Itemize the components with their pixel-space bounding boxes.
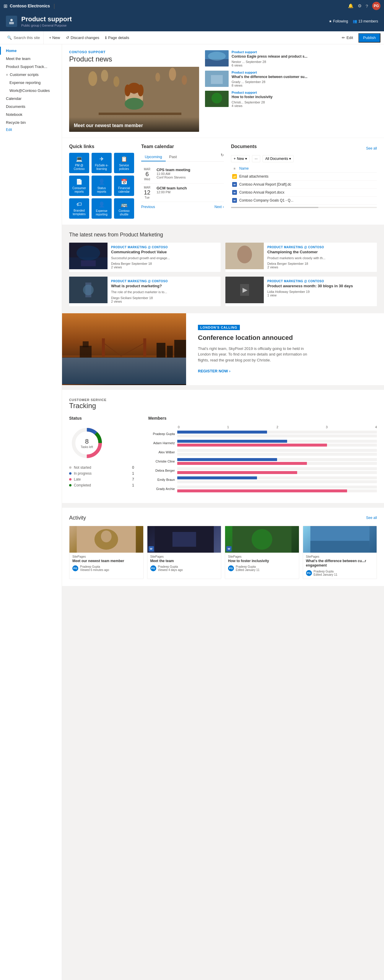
news-card-4[interactable]: ▶ Product Marketing @ Contoso Product aw… <box>225 277 377 306</box>
calendar-event-2[interactable]: Mar 12 Tue GCM team lunch 12:00 PM <box>141 183 224 202</box>
cal-tab-upcoming[interactable]: Upcoming <box>141 153 166 161</box>
edit-label: Edit <box>346 35 353 40</box>
ql-item-flysafe[interactable]: ✈ FlySafe e-learning <box>92 153 112 173</box>
doc-row-email-attachments[interactable]: 📁 Email attachments <box>231 173 377 181</box>
legend-completed: Completed 1 <box>69 483 134 487</box>
news-item-1-byline: Nestor ... September 28 <box>232 60 308 64</box>
app-grid-icon[interactable]: ⊞ <box>3 3 7 9</box>
news-card-2-body: Product Marketing @ Contoso Championing … <box>267 243 377 272</box>
ql-item-financial[interactable]: 📅 Financial calendar <box>114 175 134 196</box>
new-button[interactable]: + New <box>46 31 63 45</box>
settings-icon[interactable]: ⚙ <box>358 3 362 9</box>
news-card-1[interactable]: Product Marketing @ Contoso Communicatin… <box>69 243 221 272</box>
sidebar-item-meet-the-team[interactable]: Meet the team <box>0 55 62 63</box>
svg-point-22 <box>211 93 222 103</box>
docs-new-button[interactable]: + New ▾ <box>231 155 249 162</box>
docs-see-all[interactable]: See all <box>366 146 377 150</box>
sidebar-item-product-support-track[interactable]: Product Support Track... <box>0 63 62 71</box>
cal-next-button[interactable]: Next › <box>214 205 224 209</box>
doc-annual-draft: Contoso Annual Report [Draft].dc <box>239 182 291 186</box>
docs-all-docs-button[interactable]: All Documents ▾ <box>263 155 294 162</box>
doc-row-annual-draft[interactable]: W Contoso Annual Report [Draft].dc <box>231 181 377 189</box>
calendar-refresh-icon[interactable]: ↻ <box>221 153 224 161</box>
cal-month-2: Mar <box>141 186 153 189</box>
svg-rect-20 <box>211 75 223 84</box>
follow-button[interactable]: ★ Following <box>329 19 348 23</box>
folder-icon: 📁 <box>232 174 237 179</box>
news-item-3-headline: How to foster inclusivity <box>232 95 273 100</box>
ql-status-label: Status reports <box>94 186 110 194</box>
sidebar-item-documents[interactable]: Documents <box>0 103 62 111</box>
activity-card-2[interactable]: W SitePages Meet the team PG Pradeep Gup… <box>147 526 222 579</box>
svg-point-57 <box>252 529 272 550</box>
news-item-3[interactable]: Product support How to foster inclusivit… <box>205 91 377 108</box>
hero-image[interactable]: Meet our newest team member <box>69 67 199 132</box>
sidebar-item-calendar[interactable]: Calendar <box>0 95 62 103</box>
ql-item-consumer[interactable]: 📄 Consumer reports <box>69 175 89 196</box>
activity-title: Activity <box>69 515 86 521</box>
nc-byline-4: Lidia Holloway September 19 <box>267 290 374 293</box>
activity-card-3[interactable]: W SitePages How to foster inclusivity PG… <box>225 526 299 579</box>
conf-image <box>62 313 186 385</box>
activity-see-all[interactable]: See all <box>366 516 377 520</box>
hero-caption: Meet our newest team member <box>74 123 194 128</box>
news-item-1[interactable]: Product support Contoso Eagle press rele… <box>205 50 377 67</box>
sidebar-item-expense-reporting[interactable]: Expense reporting <box>0 79 62 87</box>
ql-item-shuttle[interactable]: 🚌 Contoso shuttle <box>114 198 134 219</box>
sidebar-item-recycle-bin[interactable]: Recycle bin <box>0 119 62 126</box>
cal-prev-button[interactable]: Previous <box>141 205 155 209</box>
help-icon[interactable]: ? <box>366 3 368 9</box>
top-nav-left: ⊞ Contoso Electronics | <box>3 3 56 9</box>
bar-label-grady: Grady Archie <box>148 487 175 491</box>
edit-button[interactable]: ✏ Edit <box>339 31 356 45</box>
publish-button[interactable]: Publish <box>358 33 381 43</box>
news-card-3[interactable]: Product Marketing @ Contoso What is prod… <box>69 277 221 306</box>
discard-changes-button[interactable]: ↺ Discard changes <box>63 31 102 45</box>
sidebar-item-notebook[interactable]: Notebook <box>0 111 62 119</box>
work-contoso-guides-label: Work@Contoso Guides <box>10 88 50 93</box>
ql-item-pm[interactable]: 💻 PM @ Contoso <box>69 153 89 173</box>
activity-card-4[interactable]: SitePages What's the difference between … <box>303 526 377 579</box>
documents-label: Documents <box>6 104 25 109</box>
page-details-button[interactable]: ℹ Page details <box>102 31 132 45</box>
members-button[interactable]: 👥 13 members <box>353 19 378 23</box>
ql-item-status[interactable]: 👤 Status reports <box>92 175 112 196</box>
activity-card-1[interactable]: SitePages Meet our newest team member PG… <box>69 526 144 579</box>
ql-item-expense[interactable]: 👤 Expense reporting <box>92 198 112 219</box>
user-avatar[interactable]: PG <box>372 2 381 10</box>
doc-col-name[interactable]: Name <box>239 166 249 170</box>
sidebar-edit-button[interactable]: Edit <box>0 126 62 133</box>
ql-flysafe-label: FlySafe e-learning <box>94 164 110 171</box>
ql-item-branded[interactable]: 🏷 Branded templates <box>69 198 89 219</box>
hero-section-title: Product news <box>69 55 199 63</box>
ql-expense-label: Expense reporting <box>94 209 110 216</box>
news-item-2[interactable]: Product support What's the difference be… <box>205 71 377 88</box>
middle-row: Quick links 💻 PM @ Contoso ✈ FlySafe e-l… <box>62 138 384 224</box>
activity-header: Activity See all <box>69 515 377 521</box>
activity-section: Activity See all SitePages Meet our newe… <box>62 508 384 586</box>
svg-rect-59 <box>310 541 369 553</box>
legend-count-completed: 1 <box>132 483 134 487</box>
sidebar-item-home[interactable]: Home <box>0 47 62 55</box>
ql-consumer-label: Consumer reports <box>71 186 87 194</box>
notifications-icon[interactable]: 🔔 <box>348 3 354 9</box>
search-box[interactable]: 🔍 Search this site <box>3 31 44 44</box>
svg-point-3 <box>88 71 97 86</box>
doc-row-goals[interactable]: W Contoso Company Goals Q1 - Q... <box>231 197 377 205</box>
ql-item-service[interactable]: 📋 Service policies <box>114 153 134 173</box>
hero-news-list: Product support Contoso Eagle press rele… <box>205 50 377 132</box>
bar-chart: 0 1 2 3 4 Pradeep Gupta <box>148 425 377 492</box>
act-title-2: Meet the team <box>150 559 218 563</box>
act-user-1: PG Pradeep Gupta Viewed 6 minutes ago <box>72 565 140 571</box>
bar-tracks-grady <box>177 485 377 492</box>
sidebar-item-work-contoso-guides[interactable]: Work@Contoso Guides <box>0 87 62 95</box>
sidebar-item-customer-scripts[interactable]: ∨ Customer scripts <box>0 71 62 79</box>
cal-tab-past[interactable]: Past <box>166 153 181 161</box>
news-card-2[interactable]: Product Marketing @ Contoso Championing … <box>225 243 377 272</box>
calendar-event-1[interactable]: Mar 6 Wed CPS team meeting 11:00 AM Conf… <box>141 165 224 183</box>
legend-dot-late <box>69 478 71 480</box>
docs-more-button[interactable]: ··· <box>252 155 260 162</box>
site-logo <box>6 16 17 27</box>
doc-row-annual[interactable]: W Contoso Annual Report.docx <box>231 189 377 197</box>
conf-cta-button[interactable]: REGISTER NOW › <box>198 369 372 373</box>
